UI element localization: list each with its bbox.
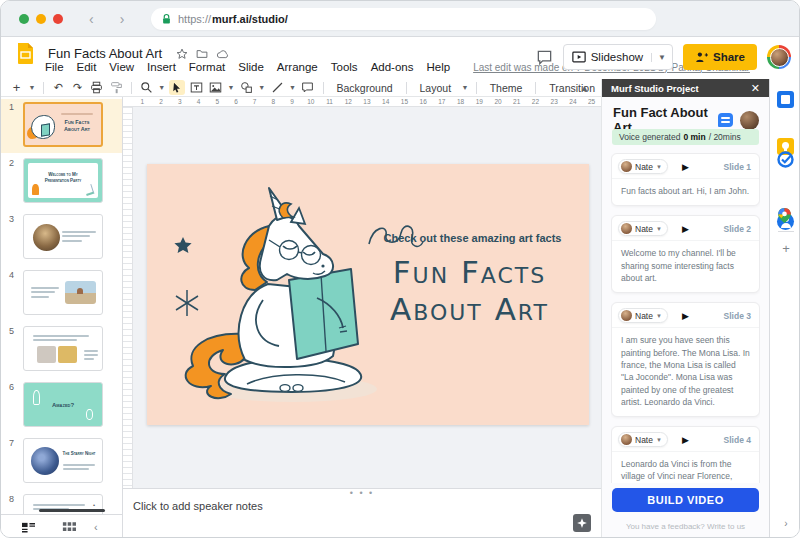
- share-button[interactable]: Share: [683, 44, 757, 70]
- explore-button[interactable]: [573, 514, 591, 532]
- slide-row-7[interactable]: 7The Starry Night: [1, 435, 123, 489]
- layout-caret[interactable]: ▼: [461, 84, 469, 91]
- voice-selector[interactable]: Nate ▼: [618, 308, 668, 323]
- chat-icon[interactable]: [718, 113, 733, 127]
- insert-comment-button[interactable]: [300, 80, 315, 95]
- new-slide-caret[interactable]: ▼: [28, 84, 36, 91]
- play-button[interactable]: ▶: [682, 162, 724, 172]
- slide-row-2[interactable]: 2Welcome to MyPresentation Party: [1, 155, 123, 209]
- menu-view[interactable]: View: [109, 61, 134, 73]
- slide-script-text[interactable]: Fun facts about art. Hi, I am John.: [612, 179, 759, 205]
- play-button[interactable]: ▶: [682, 224, 724, 234]
- filmstrip-view-icon[interactable]: [21, 521, 36, 534]
- slide-title-text[interactable]: Fun Facts About Art: [347, 254, 592, 328]
- layout-button[interactable]: Layout: [414, 82, 458, 94]
- tasks-icon[interactable]: [777, 151, 794, 168]
- slide-row-3[interactable]: 3: [1, 211, 123, 265]
- maps-icon[interactable]: [777, 207, 794, 224]
- insert-line-button[interactable]: [270, 80, 285, 95]
- transition-button[interactable]: Transition: [543, 82, 601, 94]
- address-bar[interactable]: https://murf.ai/studio/: [151, 8, 656, 30]
- menu-file[interactable]: File: [45, 61, 64, 73]
- print-button[interactable]: [89, 80, 104, 95]
- expand-panel-icon[interactable]: ›: [770, 518, 800, 529]
- new-slide-button[interactable]: +: [9, 80, 24, 95]
- redo-button[interactable]: ↷: [70, 80, 85, 95]
- slide-row-1[interactable]: 1Fun FactsAbout Art: [1, 99, 123, 153]
- speaker-notes[interactable]: • • • Click to add speaker notes: [123, 488, 601, 538]
- slide-row-6[interactable]: 6Amazed?: [1, 379, 123, 433]
- shape-caret[interactable]: ▼: [258, 84, 266, 91]
- build-video-button[interactable]: BUILD VIDEO: [612, 488, 759, 512]
- menu-help[interactable]: Help: [426, 61, 450, 73]
- slide-caption-text[interactable]: Check out these amazing art facts: [365, 232, 580, 244]
- explore-star-icon: [576, 517, 588, 529]
- slide-thumbnail-1[interactable]: Fun FactsAbout Art: [23, 102, 103, 147]
- notes-resize-handle[interactable]: • • •: [350, 490, 374, 496]
- calendar-icon[interactable]: [777, 91, 794, 108]
- editor-canvas[interactable]: 1234567891011121314151617181920212223242…: [123, 97, 601, 488]
- menu-format[interactable]: Format: [189, 61, 225, 73]
- slide-thumbnail-2[interactable]: Welcome to MyPresentation Party: [23, 158, 103, 203]
- close-icon[interactable]: ✕: [751, 82, 760, 95]
- window-close-dot[interactable]: [19, 14, 29, 24]
- insert-shape-button[interactable]: [239, 80, 254, 95]
- grid-view-icon[interactable]: [62, 521, 76, 534]
- zoom-caret[interactable]: ▼: [158, 84, 166, 91]
- slide-thumbnail-5[interactable]: [23, 326, 103, 371]
- cloud-status-icon[interactable]: [216, 48, 229, 60]
- menu-add-ons[interactable]: Add-ons: [371, 61, 414, 73]
- document-title[interactable]: Fun Facts About Art: [48, 46, 162, 61]
- voice-selector[interactable]: Nate ▼: [618, 432, 668, 447]
- comments-icon[interactable]: [536, 49, 553, 66]
- insert-image-button[interactable]: [208, 80, 223, 95]
- slideshow-label: Slideshow: [591, 51, 643, 63]
- murf-panel-title: Murf Studio Project: [611, 83, 751, 94]
- hide-menus-icon[interactable]: ▲: [580, 83, 589, 93]
- slide-row-5[interactable]: 5: [1, 323, 123, 377]
- slide-thumbnail-4[interactable]: [23, 270, 103, 315]
- slide-thumbnail-7[interactable]: The Starry Night: [23, 438, 103, 483]
- play-button[interactable]: ▶: [682, 311, 724, 321]
- slide-script-text[interactable]: Welcome to my channel. I'll be sharing s…: [612, 241, 759, 292]
- slideshow-caret[interactable]: ▼: [651, 53, 672, 62]
- play-button[interactable]: ▶: [682, 435, 724, 445]
- slide-row-4[interactable]: 4: [1, 267, 123, 321]
- slideshow-button[interactable]: Slideshow ▼: [563, 44, 673, 70]
- voice-selector[interactable]: Nate ▼: [618, 159, 668, 174]
- ruler-tick: 15: [395, 97, 414, 106]
- window-minimize-dot[interactable]: [36, 14, 46, 24]
- forward-icon[interactable]: ›: [120, 12, 125, 26]
- slide-script-text[interactable]: Leonardo da Vinci is from the village of…: [612, 452, 759, 483]
- slide-thumbnail-3[interactable]: [23, 214, 103, 259]
- menu-slide[interactable]: Slide: [238, 61, 264, 73]
- undo-button[interactable]: ↶: [51, 80, 66, 95]
- select-tool-button[interactable]: [169, 80, 184, 95]
- back-icon[interactable]: ‹: [89, 12, 94, 26]
- move-folder-icon[interactable]: [196, 48, 208, 60]
- theme-button[interactable]: Theme: [484, 82, 529, 94]
- star-icon[interactable]: [176, 48, 188, 60]
- zoom-button[interactable]: [139, 80, 154, 95]
- line-caret[interactable]: ▼: [289, 84, 297, 91]
- image-caret[interactable]: ▼: [227, 84, 235, 91]
- voice-selector[interactable]: Nate ▼: [618, 221, 668, 236]
- collapse-filmstrip-icon[interactable]: ‹: [94, 521, 98, 533]
- menu-insert[interactable]: Insert: [147, 61, 176, 73]
- window-zoom-dot[interactable]: [53, 14, 63, 24]
- menu-tools[interactable]: Tools: [331, 61, 358, 73]
- current-slide[interactable]: Check out these amazing art facts Fun Fa…: [147, 164, 589, 425]
- slide-script-text[interactable]: I am sure you have seen this painting be…: [612, 328, 759, 416]
- feedback-link[interactable]: You have a feedback? Write to us: [602, 522, 769, 531]
- account-avatar[interactable]: [767, 45, 791, 69]
- paint-format-button[interactable]: [108, 80, 123, 95]
- menu-arrange[interactable]: Arrange: [277, 61, 318, 73]
- get-add-ons-icon[interactable]: +: [770, 241, 800, 256]
- filmstrip-scrollbar[interactable]: [39, 509, 105, 512]
- murf-user-avatar[interactable]: [740, 111, 759, 130]
- notes-placeholder[interactable]: Click to add speaker notes: [133, 500, 263, 512]
- menu-edit[interactable]: Edit: [77, 61, 97, 73]
- slide-thumbnail-6[interactable]: Amazed?: [23, 382, 103, 427]
- text-box-button[interactable]: [189, 80, 204, 95]
- background-button[interactable]: Background: [331, 82, 399, 94]
